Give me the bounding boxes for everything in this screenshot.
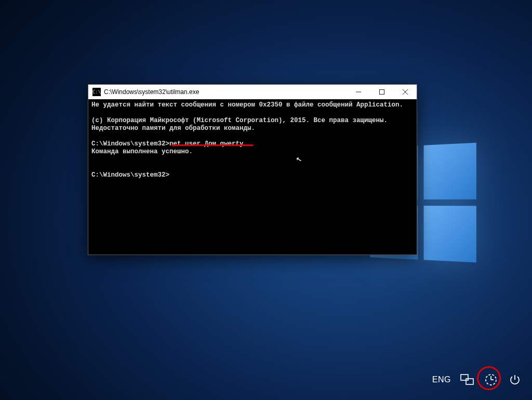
command-prompt-window[interactable]: C:\ C:\Windows\system32\utilman.exe Не у…: [88, 85, 417, 255]
terminal-command: net user Дом qwerty: [169, 140, 244, 148]
terminal-prompt: C:\Windows\system32>: [91, 171, 169, 179]
annotation-underline: [171, 144, 254, 146]
svg-rect-5: [466, 379, 473, 384]
terminal-line: Недостаточно памяти для обработки команд…: [91, 125, 255, 132]
cmd-icon: C:\: [92, 88, 101, 96]
terminal-line: Не удается найти текст сообщения с номер…: [91, 101, 403, 109]
login-screen-tray: ENG: [432, 372, 523, 388]
desktop-background: C:\ C:\Windows\system32\utilman.exe Не у…: [0, 0, 532, 400]
close-button[interactable]: [393, 85, 417, 99]
terminal-body[interactable]: Не удается найти текст сообщения с номер…: [88, 99, 417, 255]
window-title: C:\Windows\system32\utilman.exe: [104, 88, 199, 96]
network-icon[interactable]: [459, 372, 475, 388]
ease-of-access-icon[interactable]: [483, 372, 499, 388]
cursor-icon: ↖: [296, 155, 303, 164]
terminal-line: Команда выполнена успешно.: [91, 148, 193, 155]
svg-rect-1: [379, 90, 384, 95]
terminal-prompt: C:\Windows\system32>: [91, 140, 169, 148]
minimize-button[interactable]: [347, 85, 370, 99]
power-icon[interactable]: [507, 372, 523, 388]
terminal-line: (c) Корпорация Майкрософт (Microsoft Cor…: [91, 117, 388, 124]
window-titlebar[interactable]: C:\ C:\Windows\system32\utilman.exe: [88, 85, 417, 99]
maximize-button[interactable]: [370, 85, 393, 99]
svg-rect-4: [461, 375, 468, 380]
language-indicator[interactable]: ENG: [432, 372, 451, 388]
